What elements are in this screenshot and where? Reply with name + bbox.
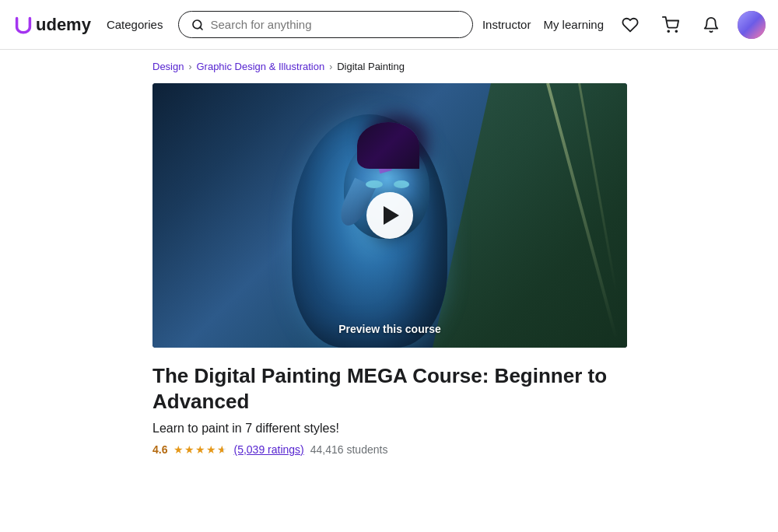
students-count: 44,416 students [310,443,388,456]
breadcrumb-separator-2: › [329,61,332,72]
char-body-skin [292,114,447,348]
cart-button[interactable] [657,11,685,39]
char-hair [357,122,419,169]
course-title: The Digital Painting MEGA Course: Beginn… [152,363,626,414]
stars: ★ ★ ★ ★ ★ ★ [173,443,227,456]
logo-text: udemy [36,15,91,35]
instructor-link[interactable]: Instructor [482,18,531,31]
heart-icon [622,16,639,33]
course-rating-row: 4.6 ★ ★ ★ ★ ★ ★ (5,039 ratings) 44,416 s… [152,443,626,456]
star-2: ★ [184,443,194,456]
wishlist-button[interactable] [616,11,644,39]
breadcrumb-current: Digital Painting [337,61,405,72]
char-eye-right [394,180,409,188]
rating-number: 4.6 [152,443,167,456]
breadcrumb-design[interactable]: Design [152,61,184,72]
logo[interactable]: udemy [12,14,91,36]
ratings-link[interactable]: (5,039 ratings) [233,443,303,456]
user-avatar[interactable] [738,11,766,39]
main-content: Preview this course The Digital Painting… [0,83,778,456]
preview-label: Preview this course [338,323,441,335]
star-5-half: ★ ★ [217,443,227,456]
breadcrumb: Design › Graphic Design & Illustration ›… [0,50,778,83]
svg-point-2 [668,30,669,32]
star-1: ★ [173,443,184,456]
categories-button[interactable]: Categories [100,18,170,31]
course-info: The Digital Painting MEGA Course: Beginn… [152,348,626,456]
svg-line-1 [201,27,203,30]
star-4: ★ [206,443,216,456]
udemy-logo-icon [12,14,34,36]
play-triangle-icon [384,206,399,225]
char-eye-left [366,180,383,188]
search-icon [191,19,204,31]
svg-point-3 [675,30,677,32]
bell-icon [703,16,720,33]
play-button[interactable] [366,192,413,239]
course-subtitle: Learn to paint in 7 different styles! [152,422,626,436]
star-3: ★ [195,443,205,456]
cart-icon [662,16,679,33]
search-input[interactable] [210,18,459,31]
breadcrumb-graphic-design[interactable]: Graphic Design & Illustration [196,61,324,72]
notification-button[interactable] [697,11,725,39]
my-learning-link[interactable]: My learning [543,18,604,31]
site-header: udemy Categories Instructor My learning [0,0,778,50]
breadcrumb-separator-1: › [188,61,191,72]
nav-links: Instructor My learning [482,11,766,39]
search-bar [178,11,472,38]
course-video-preview[interactable]: Preview this course [152,83,627,348]
